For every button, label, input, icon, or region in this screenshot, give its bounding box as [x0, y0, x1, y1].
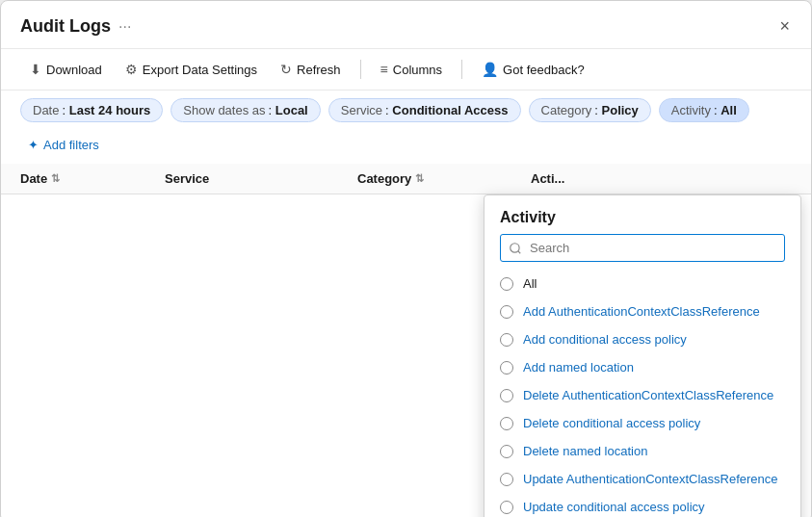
- main-content: Activity AllAdd AuthenticationContextCla…: [1, 194, 811, 517]
- activity-radio: [500, 501, 513, 514]
- service-filter-key: Service: [341, 103, 382, 117]
- activity-item-label: Add conditional access policy: [523, 332, 687, 347]
- activity-item-label: All: [523, 276, 537, 291]
- activity-list-item[interactable]: Add named location: [485, 353, 800, 381]
- category-filter-key: Category: [541, 103, 592, 117]
- activity-radio: [500, 417, 513, 430]
- main-window: Audit Logs ··· × ⬇ Download ⚙ Export Dat…: [0, 0, 812, 517]
- sort-category-icon[interactable]: ⇅: [415, 172, 424, 185]
- activity-panel: Activity AllAdd AuthenticationContextCla…: [484, 194, 801, 517]
- download-icon: ⬇: [30, 62, 41, 77]
- table-header: Date ⇅ Service Category ⇅ Acti...: [1, 164, 811, 194]
- activity-radio: [500, 361, 513, 375]
- activity-radio: [500, 305, 513, 319]
- columns-icon: ≡: [380, 62, 388, 77]
- show-dates-separator: :: [269, 103, 273, 117]
- activity-item-label: Update AuthenticationContextClassReferen…: [523, 472, 778, 486]
- service-separator: :: [385, 103, 389, 117]
- activity-radio: [500, 389, 513, 402]
- th-date: Date ⇅: [20, 171, 165, 186]
- add-filters-row: ✦ Add filters: [1, 130, 811, 164]
- show-dates-filter-value: Local: [275, 103, 308, 117]
- add-filters-label: Add filters: [43, 138, 99, 152]
- activity-separator: :: [714, 103, 718, 117]
- download-button[interactable]: ⬇ Download: [20, 57, 112, 82]
- activity-search-input[interactable]: [500, 234, 785, 262]
- th-category-label: Category: [357, 171, 411, 186]
- date-filter-separator: :: [62, 103, 65, 117]
- feedback-button[interactable]: 👤 Got feedback?: [472, 57, 594, 82]
- th-activity: Acti...: [531, 171, 646, 186]
- service-filter-value: Conditional Access: [392, 103, 508, 117]
- export-label: Export Data Settings: [143, 63, 257, 77]
- show-dates-filter-chip[interactable]: Show dates as : Local: [170, 98, 321, 122]
- refresh-button[interactable]: ↻ Refresh: [271, 57, 351, 82]
- toolbar: ⬇ Download ⚙ Export Data Settings ↻ Refr…: [1, 49, 811, 90]
- title-bar: Audit Logs ··· ×: [1, 1, 811, 49]
- th-date-label: Date: [20, 171, 47, 186]
- activity-list: AllAdd AuthenticationContextClassReferen…: [485, 270, 800, 517]
- activity-list-item[interactable]: Delete AuthenticationContextClassReferen…: [485, 381, 800, 409]
- page-title: Audit Logs: [20, 16, 111, 37]
- date-filter-chip[interactable]: Date : Last 24 hours: [20, 98, 163, 122]
- refresh-label: Refresh: [297, 63, 341, 77]
- sort-date-icon[interactable]: ⇅: [51, 172, 60, 185]
- activity-list-item[interactable]: Delete named location: [485, 437, 800, 465]
- refresh-icon: ↻: [280, 62, 292, 77]
- activity-list-item[interactable]: All: [485, 270, 800, 297]
- date-filter-value: Last 24 hours: [69, 103, 151, 117]
- activity-item-label: Add AuthenticationContextClassReference: [523, 304, 760, 319]
- columns-label: Columns: [393, 63, 442, 77]
- filters-row: Date : Last 24 hours Show dates as : Loc…: [1, 90, 811, 130]
- activity-item-label: Update conditional access policy: [523, 500, 705, 514]
- category-filter-chip[interactable]: Category : Policy: [529, 98, 651, 122]
- title-more-options[interactable]: ···: [118, 18, 131, 36]
- category-filter-value: Policy: [602, 103, 639, 117]
- separator-2: [461, 60, 462, 79]
- th-activity-label: Acti...: [531, 171, 564, 186]
- activity-list-item[interactable]: Add AuthenticationContextClassReference: [485, 297, 800, 325]
- activity-radio: [500, 445, 513, 458]
- activity-radio: [500, 333, 513, 347]
- activity-list-item[interactable]: Update conditional access policy: [485, 493, 800, 517]
- activity-item-label: Delete conditional access policy: [523, 416, 700, 430]
- category-separator: :: [594, 103, 598, 117]
- activity-list-item[interactable]: Update AuthenticationContextClassReferen…: [485, 465, 800, 493]
- separator-1: [360, 60, 361, 79]
- feedback-icon: 👤: [482, 62, 498, 77]
- activity-filter-chip[interactable]: Activity : All: [659, 98, 749, 122]
- add-filters-button[interactable]: ✦ Add filters: [20, 134, 107, 156]
- show-dates-filter-key: Show dates as: [183, 103, 265, 117]
- close-button[interactable]: ×: [773, 14, 796, 39]
- activity-list-item[interactable]: Add conditional access policy: [485, 325, 800, 353]
- activity-item-label: Delete named location: [523, 444, 647, 458]
- th-service: Service: [165, 171, 357, 186]
- activity-filter-key: Activity: [671, 103, 711, 117]
- panel-search-wrap: [485, 234, 800, 270]
- service-filter-chip[interactable]: Service : Conditional Access: [328, 98, 521, 122]
- date-filter-key: Date: [33, 103, 59, 117]
- download-label: Download: [46, 63, 102, 77]
- export-data-settings-button[interactable]: ⚙ Export Data Settings: [116, 57, 267, 82]
- add-filters-icon: ✦: [28, 138, 39, 152]
- th-category: Category ⇅: [357, 171, 531, 186]
- activity-item-label: Delete AuthenticationContextClassReferen…: [523, 388, 773, 402]
- activity-radio: [500, 277, 513, 291]
- columns-button[interactable]: ≡ Columns: [371, 57, 452, 82]
- panel-title: Activity: [485, 195, 800, 234]
- activity-radio: [500, 473, 513, 486]
- activity-item-label: Add named location: [523, 360, 634, 375]
- activity-list-item[interactable]: Delete conditional access policy: [485, 409, 800, 437]
- feedback-label: Got feedback?: [503, 63, 585, 77]
- th-service-label: Service: [165, 171, 209, 186]
- gear-icon: ⚙: [125, 62, 138, 77]
- activity-filter-value: All: [720, 103, 737, 117]
